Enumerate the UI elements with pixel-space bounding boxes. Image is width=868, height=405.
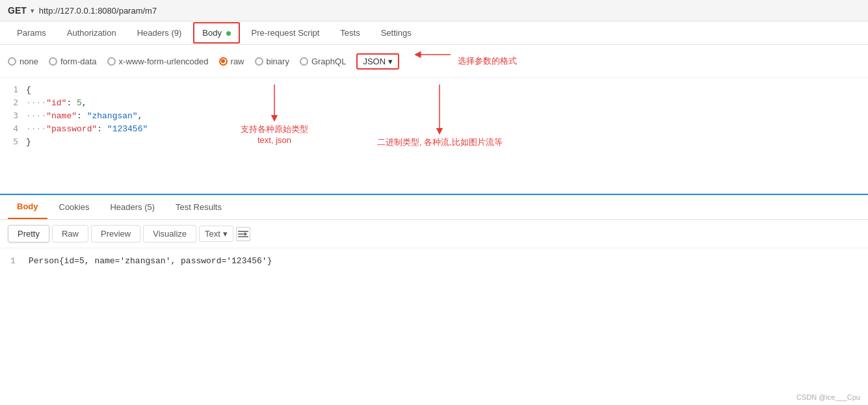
code-line-1: 1 { (0, 83, 868, 96)
resp-content: Person{id=5, name='zhangsan', password='… (29, 256, 272, 266)
code-line-5: 5 } (0, 135, 868, 148)
radio-binary (255, 57, 263, 66)
resp-tab-test-results[interactable]: Test Results (166, 196, 231, 218)
method-chevron: ▾ (31, 7, 34, 14)
body-options-bar: none form-data x-www-form-urlencoded raw… (0, 45, 868, 78)
option-urlencoded[interactable]: x-www-form-urlencoded (107, 57, 209, 66)
format-label: Text (205, 229, 220, 239)
resp-visualize-btn[interactable]: Visualize (143, 225, 196, 242)
code-line-2: 2 ····"id": 5, (0, 96, 868, 109)
radio-none (8, 57, 16, 66)
json-annotation: 选择参数的格式 (415, 51, 517, 71)
url-input[interactable] (39, 6, 860, 16)
resp-line-num: 1 (10, 256, 21, 266)
request-tab-bar: Params Authorization Headers (9) Body Pr… (0, 21, 868, 45)
json-annotation-text: 选择参数的格式 (458, 55, 517, 67)
code-line-3: 3 ····"name": "zhangsan", (0, 109, 868, 122)
resp-tab-cookies[interactable]: Cookies (50, 196, 99, 218)
radio-form-data (49, 57, 57, 66)
tab-body[interactable]: Body (193, 22, 239, 44)
radio-raw (219, 57, 228, 66)
resp-raw-btn[interactable]: Raw (52, 225, 88, 242)
radio-graphql (300, 57, 308, 66)
tab-settings[interactable]: Settings (372, 21, 421, 44)
tab-pre-request[interactable]: Pre-request Script (243, 21, 329, 44)
method-select[interactable]: GET ▾ (8, 5, 34, 16)
option-graphql[interactable]: GraphQL (300, 57, 346, 66)
option-binary[interactable]: binary (255, 57, 289, 66)
response-body: 1 Person{id=5, name='zhangsan', password… (0, 248, 868, 274)
method-label: GET (8, 5, 27, 16)
editor-wrapper: 1 { 2 ····"id": 5, 3 ····"name": "zhangs… (0, 78, 868, 195)
resp-tab-headers[interactable]: Headers (5) (101, 196, 164, 218)
resp-pretty-btn[interactable]: Pretty (8, 225, 49, 242)
format-select[interactable]: Text ▾ (199, 226, 233, 242)
response-toolbar: Pretty Raw Preview Visualize Text ▾ (0, 220, 868, 248)
response-section: Body Cookies Headers (5) Test Results Pr… (0, 195, 868, 274)
option-raw[interactable]: raw (219, 57, 244, 66)
option-none[interactable]: none (8, 57, 38, 66)
tab-params[interactable]: Params (8, 21, 55, 44)
response-tab-bar: Body Cookies Headers (5) Test Results (0, 195, 868, 220)
json-format-select[interactable]: JSON ▾ (356, 53, 399, 70)
resp-preview-btn[interactable]: Preview (91, 225, 140, 242)
arrow-to-json (415, 51, 454, 71)
wrap-icon[interactable] (236, 227, 250, 241)
tab-headers[interactable]: Headers (9) (128, 21, 191, 44)
code-line-4: 4 ····"password": "123456" (0, 122, 868, 135)
format-chevron: ▾ (223, 229, 228, 239)
tab-authorization[interactable]: Authorization (58, 21, 125, 44)
radio-urlencoded (107, 57, 116, 66)
body-dot (226, 31, 231, 36)
tab-tests[interactable]: Tests (331, 21, 369, 44)
option-form-data[interactable]: form-data (49, 57, 97, 66)
resp-tab-body[interactable]: Body (8, 195, 47, 219)
url-bar: GET ▾ (0, 0, 868, 21)
code-editor[interactable]: 1 { 2 ····"id": 5, 3 ····"name": "zhangs… (0, 78, 868, 195)
